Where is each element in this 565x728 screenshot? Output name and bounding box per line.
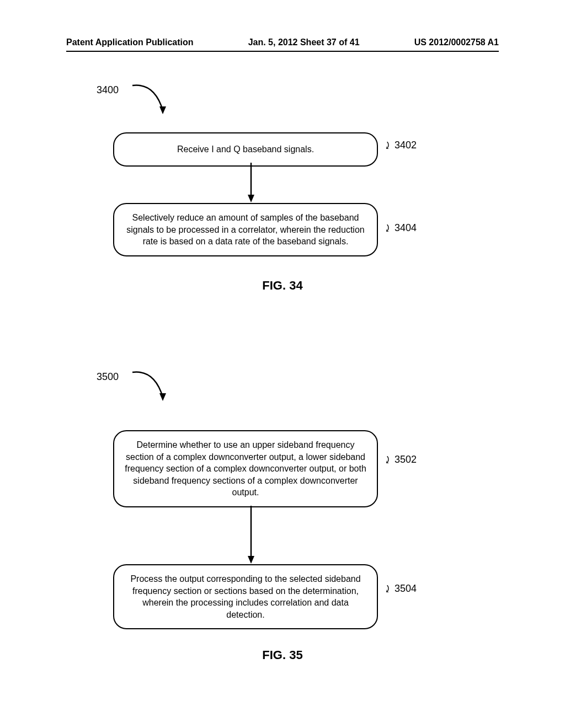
header-center: Jan. 5, 2012 Sheet 37 of 41	[248, 38, 360, 47]
step-text: Process the output corresponding to the …	[130, 574, 360, 619]
connector-arrow-icon	[246, 163, 257, 204]
step-text: Selectively reduce an amount of samples …	[126, 213, 364, 246]
hook-icon: ⤹	[383, 140, 392, 152]
step-label-3504: ⤹ 3504	[383, 583, 417, 595]
svg-marker-3	[159, 393, 166, 401]
figure-caption: FIG. 34	[0, 279, 565, 293]
flowchart-step-3504: Process the output corresponding to the …	[113, 564, 378, 629]
curved-arrow-icon	[130, 80, 174, 119]
step-text: Receive I and Q baseband signals.	[177, 144, 314, 154]
header-right: US 2012/0002758 A1	[414, 38, 499, 47]
hook-icon: ⤹	[383, 222, 392, 234]
step-label-3404: ⤹ 3404	[383, 222, 417, 234]
connector-arrow-icon	[246, 506, 257, 565]
header-left: Patent Application Publication	[66, 38, 194, 47]
header-rule	[66, 51, 499, 52]
label-text: 3502	[395, 454, 417, 465]
flowchart-step-3404: Selectively reduce an amount of samples …	[113, 203, 378, 256]
figure-caption: FIG. 35	[0, 648, 565, 662]
hook-icon: ⤹	[383, 583, 392, 595]
page-header: Patent Application Publication Jan. 5, 2…	[0, 38, 565, 47]
hook-icon: ⤹	[383, 454, 392, 466]
ref-number: 3500	[97, 371, 119, 383]
svg-marker-5	[248, 556, 254, 564]
step-text: Determine whether to use an upper sideba…	[125, 440, 366, 497]
label-text: 3404	[395, 222, 417, 233]
step-label-3402: ⤹ 3402	[383, 140, 417, 152]
ref-number: 3400	[97, 84, 119, 96]
flowchart-step-3402: Receive I and Q baseband signals.	[113, 132, 378, 167]
label-text: 3504	[395, 583, 417, 594]
svg-marker-0	[159, 106, 166, 114]
svg-marker-2	[248, 195, 254, 202]
step-label-3502: ⤹ 3502	[383, 454, 417, 466]
curved-arrow-icon	[130, 367, 174, 405]
label-text: 3402	[395, 140, 417, 151]
flowchart-step-3502: Determine whether to use an upper sideba…	[113, 430, 378, 507]
